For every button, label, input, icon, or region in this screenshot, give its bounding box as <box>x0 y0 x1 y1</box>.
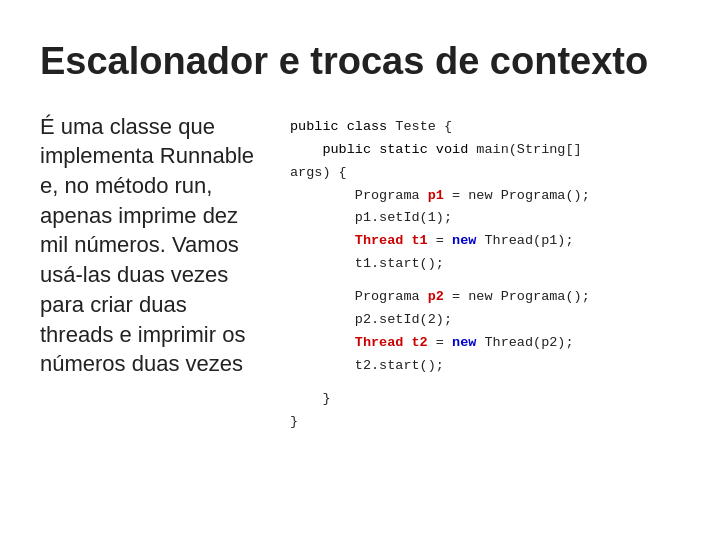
code-line-11: Thread t2 = new Thread(p2); <box>290 332 680 355</box>
code-line-12: t2.start(); <box>290 355 680 378</box>
left-paragraph: É uma classe que implementa Runnable e, … <box>40 114 254 377</box>
slide-title: Escalonador e trocas de contexto <box>40 40 680 84</box>
code-line-10: p2.setId(2); <box>290 309 680 332</box>
title-section: Escalonador e trocas de contexto <box>40 40 680 84</box>
content-section: É uma classe que implementa Runnable e, … <box>40 112 680 520</box>
code-line-9: Programa p2 = new Programa(); <box>290 286 680 309</box>
slide-container: Escalonador e trocas de contexto É uma c… <box>0 0 720 540</box>
left-text-block: É uma classe que implementa Runnable e, … <box>40 112 260 520</box>
code-blank-1 <box>290 276 680 286</box>
code-line-1: public class Teste { <box>290 116 680 139</box>
code-line-3: args) { <box>290 162 680 185</box>
code-line-2: public static void main(String[] <box>290 139 680 162</box>
code-line-4: Programa p1 = new Programa(); <box>290 185 680 208</box>
code-line-5: p1.setId(1); <box>290 207 680 230</box>
code-block: public class Teste { public static void … <box>290 112 680 520</box>
code-line-15: } <box>290 411 680 434</box>
code-blank-2 <box>290 378 680 388</box>
code-line-7: t1.start(); <box>290 253 680 276</box>
code-line-14: } <box>290 388 680 411</box>
code-line-6: Thread t1 = new Thread(p1); <box>290 230 680 253</box>
